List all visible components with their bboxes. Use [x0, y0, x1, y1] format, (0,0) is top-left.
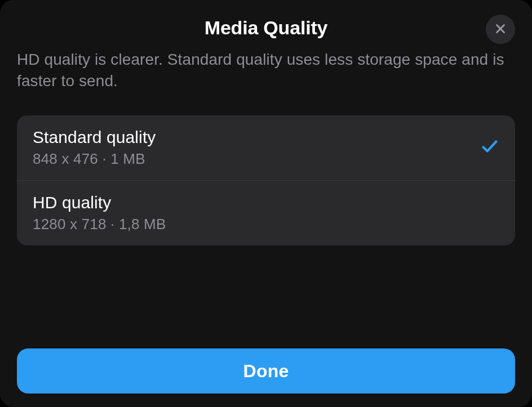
- sheet-description: HD quality is clearer. Standard quality …: [17, 49, 515, 92]
- option-standard-quality[interactable]: Standard quality 848 x 476 · 1 MB: [17, 115, 515, 180]
- option-hd-quality[interactable]: HD quality 1280 x 718 · 1,8 MB: [17, 180, 515, 245]
- quality-options-group: Standard quality 848 x 476 · 1 MB HD qua…: [17, 115, 515, 245]
- close-icon: [494, 23, 507, 37]
- close-button[interactable]: [486, 15, 515, 44]
- sheet-header: Media Quality: [17, 17, 515, 39]
- option-label: Standard quality: [33, 128, 156, 147]
- option-detail: 1280 x 718 · 1,8 MB: [33, 216, 166, 233]
- option-text: Standard quality 848 x 476 · 1 MB: [33, 128, 156, 168]
- sheet-title: Media Quality: [205, 17, 327, 39]
- checkmark-icon: [480, 137, 499, 158]
- option-text: HD quality 1280 x 718 · 1,8 MB: [33, 193, 166, 233]
- option-label: HD quality: [33, 193, 166, 212]
- media-quality-sheet: Media Quality HD quality is clearer. Sta…: [0, 0, 532, 407]
- done-button[interactable]: Done: [17, 348, 515, 393]
- option-detail: 848 x 476 · 1 MB: [33, 150, 156, 168]
